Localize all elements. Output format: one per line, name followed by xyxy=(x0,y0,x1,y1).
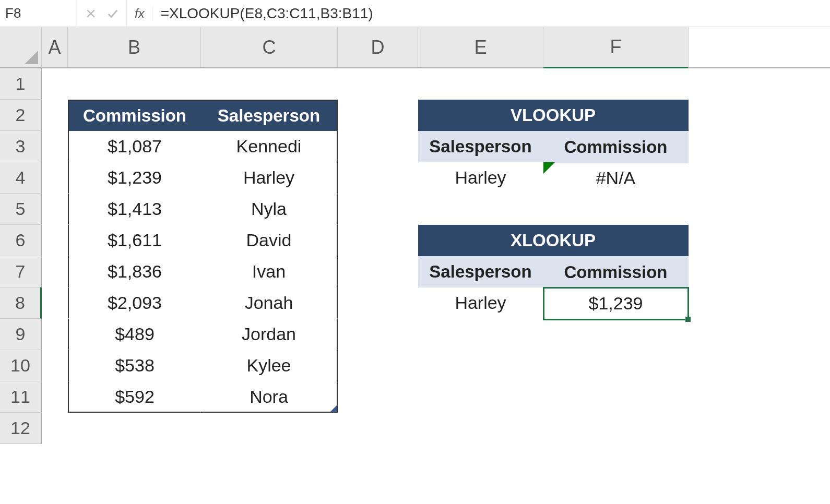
table-cell[interactable]: Nora xyxy=(201,381,338,413)
table-cell[interactable]: $592 xyxy=(68,381,201,413)
cell[interactable] xyxy=(543,381,689,414)
xlookup-salesperson-header[interactable]: Salesperson xyxy=(418,256,543,287)
cell[interactable] xyxy=(543,413,689,445)
sheet-area: 1 2 3 4 5 6 7 8 9 10 11 12 A B C D E F xyxy=(0,27,830,504)
vlookup-salesperson-value[interactable]: Harley xyxy=(418,162,543,194)
row-header-8[interactable]: 8 xyxy=(0,287,42,319)
cell[interactable] xyxy=(338,131,418,162)
cell[interactable] xyxy=(338,413,418,444)
xlookup-title[interactable]: XLOOKUP xyxy=(418,225,689,256)
row-header-11[interactable]: 11 xyxy=(0,381,42,413)
xlookup-commission-value[interactable]: $1,239 xyxy=(543,287,689,320)
col-header-e[interactable]: E xyxy=(418,27,543,67)
cell[interactable] xyxy=(42,319,68,350)
cell[interactable] xyxy=(338,381,418,413)
xlookup-commission-header[interactable]: Commission xyxy=(543,256,689,289)
table-cell[interactable]: $489 xyxy=(68,319,201,350)
vlookup-title[interactable]: VLOOKUP xyxy=(418,100,689,131)
formula-bar: fx xyxy=(0,0,830,27)
table-cell[interactable]: $1,413 xyxy=(68,194,201,225)
select-all-corner[interactable] xyxy=(0,27,42,68)
cell[interactable] xyxy=(418,350,543,381)
cell[interactable] xyxy=(338,256,418,287)
cell[interactable] xyxy=(42,413,68,444)
name-box-container xyxy=(0,0,77,27)
col-header-d[interactable]: D xyxy=(338,27,418,67)
cell[interactable] xyxy=(418,194,543,225)
cell[interactable] xyxy=(42,225,68,256)
vlookup-salesperson-header[interactable]: Salesperson xyxy=(418,131,543,162)
formula-bar-buttons xyxy=(77,0,127,27)
col-header-c[interactable]: C xyxy=(201,27,338,67)
cell[interactable] xyxy=(201,413,338,444)
table-cell[interactable]: $1,087 xyxy=(68,131,201,162)
row-header-5[interactable]: 5 xyxy=(0,194,42,225)
vlookup-commission-value[interactable]: #N/A xyxy=(543,162,689,195)
cell[interactable] xyxy=(543,68,689,101)
row-header-9[interactable]: 9 xyxy=(0,319,42,350)
fx-label[interactable]: fx xyxy=(127,6,153,21)
cell[interactable] xyxy=(42,350,68,381)
table-cell[interactable]: Nyla xyxy=(201,194,338,225)
cell[interactable] xyxy=(338,194,418,225)
table-cell[interactable]: Kennedi xyxy=(201,131,338,162)
row-header-7[interactable]: 7 xyxy=(0,256,42,287)
enter-icon[interactable] xyxy=(107,8,118,19)
col-header-f[interactable]: F xyxy=(543,27,689,68)
col-header-b[interactable]: B xyxy=(68,27,201,67)
cell[interactable] xyxy=(42,162,68,194)
xlookup-salesperson-value[interactable]: Harley xyxy=(418,287,543,319)
cell[interactable] xyxy=(418,319,543,350)
table-cell[interactable]: Ivan xyxy=(201,256,338,287)
row-header-1[interactable]: 1 xyxy=(0,68,42,100)
cell[interactable] xyxy=(543,194,689,226)
cell[interactable] xyxy=(338,225,418,256)
formula-input[interactable] xyxy=(153,5,830,22)
row-header-3[interactable]: 3 xyxy=(0,131,42,162)
column-headers: A B C D E F xyxy=(42,27,830,68)
row-header-10[interactable]: 10 xyxy=(0,350,42,381)
cell[interactable] xyxy=(338,287,418,319)
cell[interactable] xyxy=(42,68,68,100)
table-cell[interactable]: David xyxy=(201,225,338,256)
cell[interactable] xyxy=(42,100,68,131)
cell[interactable] xyxy=(42,381,68,413)
grid[interactable]: Commission Salesperson VLOOKUP $1,087 Ke… xyxy=(42,68,830,444)
cell[interactable] xyxy=(68,68,201,100)
cell[interactable] xyxy=(543,319,689,351)
row-header-4[interactable]: 4 xyxy=(0,162,42,194)
cell[interactable] xyxy=(68,413,201,444)
row-header-12[interactable]: 12 xyxy=(0,413,42,444)
cell[interactable] xyxy=(338,319,418,350)
cell[interactable] xyxy=(418,413,543,444)
table-cell[interactable]: $1,836 xyxy=(68,256,201,287)
commission-header[interactable]: Commission xyxy=(68,100,201,131)
row-header-2[interactable]: 2 xyxy=(0,100,42,131)
cell[interactable] xyxy=(338,162,418,194)
table-cell[interactable]: Jonah xyxy=(201,287,338,319)
cell[interactable] xyxy=(418,381,543,413)
cell[interactable] xyxy=(42,287,68,319)
cell[interactable] xyxy=(338,68,418,100)
cell[interactable] xyxy=(201,68,338,100)
vlookup-commission-header[interactable]: Commission xyxy=(543,131,689,163)
table-cell[interactable]: $1,611 xyxy=(68,225,201,256)
col-header-a[interactable]: A xyxy=(42,27,68,67)
row-headers: 1 2 3 4 5 6 7 8 9 10 11 12 xyxy=(0,68,42,444)
table-cell[interactable]: $538 xyxy=(68,350,201,381)
cell[interactable] xyxy=(543,350,689,382)
salesperson-header[interactable]: Salesperson xyxy=(201,100,338,131)
cell[interactable] xyxy=(42,194,68,225)
cell[interactable] xyxy=(338,350,418,381)
table-cell[interactable]: $2,093 xyxy=(68,287,201,319)
table-cell[interactable]: Harley xyxy=(201,162,338,194)
cell[interactable] xyxy=(418,68,543,100)
cell[interactable] xyxy=(42,131,68,162)
row-header-6[interactable]: 6 xyxy=(0,225,42,256)
cell[interactable] xyxy=(338,100,418,131)
cancel-icon[interactable] xyxy=(85,8,97,19)
table-cell[interactable]: $1,239 xyxy=(68,162,201,194)
table-cell[interactable]: Kylee xyxy=(201,350,338,381)
cell[interactable] xyxy=(42,256,68,287)
table-cell[interactable]: Jordan xyxy=(201,319,338,350)
